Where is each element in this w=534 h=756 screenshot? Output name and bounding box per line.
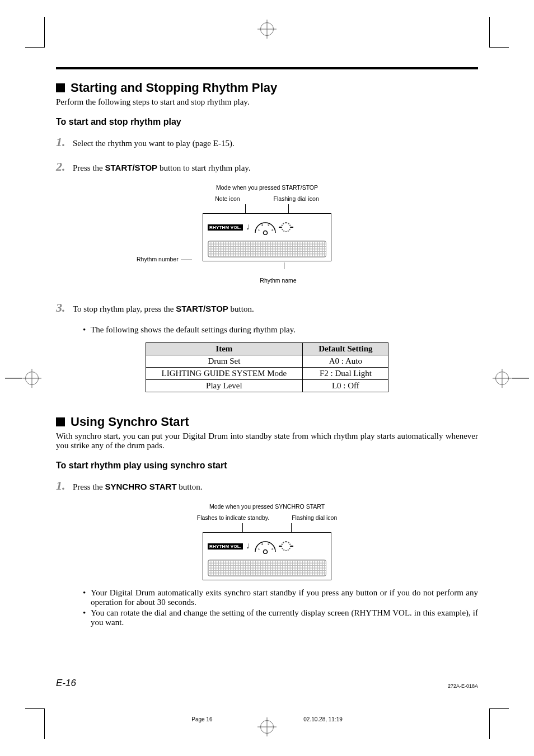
top-rule bbox=[56, 67, 478, 69]
section-heading: Using Synchro Start bbox=[71, 415, 189, 429]
svg-text:4: 4 bbox=[271, 228, 274, 232]
table-cell: L0 : Off bbox=[303, 380, 388, 392]
bullet-item: You can rotate the dial and change the s… bbox=[83, 608, 478, 627]
subsection-heading: To start and stop rhythm play bbox=[56, 117, 478, 127]
registration-mark-top bbox=[260, 22, 274, 36]
default-settings-table: Item Default Setting Drum Set A0 : Auto … bbox=[146, 342, 389, 392]
tempo-arc-icon: 1 2 3 4 bbox=[253, 538, 278, 554]
table-cell: F2 : Dual Light bbox=[303, 368, 388, 380]
crop-mark bbox=[489, 17, 509, 48]
figure-label-flashes: Flashes to indicate standby. bbox=[197, 514, 269, 521]
section-heading: Starting and Stopping Rhythm Play bbox=[71, 81, 277, 95]
svg-text:4: 4 bbox=[271, 547, 274, 551]
imprint-page: Page 16 bbox=[191, 716, 212, 722]
bullet-item: Your Digital Drum automatically exits sy… bbox=[83, 588, 478, 607]
figure-label-dial-icon: Flashing dial icon bbox=[292, 514, 337, 521]
crop-mark bbox=[489, 708, 509, 739]
step-text-post: button. bbox=[228, 304, 254, 313]
step-text-post: button to start rhythm play. bbox=[157, 163, 251, 172]
section-intro: Perform the following steps to start and… bbox=[56, 97, 478, 107]
dial-icon bbox=[281, 222, 291, 232]
figure-synchro-start: Mode when you pressed SYNCHRO START Flas… bbox=[121, 503, 413, 580]
figure-caption: Mode when you pressed START/STOP bbox=[121, 184, 413, 191]
registration-mark-left bbox=[25, 372, 39, 385]
step-text: Press the START/STOP button to start rhy… bbox=[73, 163, 478, 173]
figure-label-dial-icon: Flashing dial icon bbox=[274, 195, 319, 202]
svg-point-0 bbox=[264, 231, 268, 235]
step-text-pre: To stop rhythm play, press the bbox=[73, 304, 176, 313]
step-text-post: button. bbox=[177, 482, 203, 491]
button-reference: START/STOP bbox=[176, 304, 228, 313]
step-text: To stop rhythm play, press the START/STO… bbox=[73, 304, 478, 314]
dial-icon bbox=[281, 541, 291, 551]
note-icon: ♩ bbox=[246, 223, 250, 231]
document-id: 272A-E-018A bbox=[448, 683, 478, 689]
section-intro: With synchro start, you can put your Dig… bbox=[56, 431, 478, 450]
svg-text:1: 1 bbox=[258, 547, 260, 551]
button-reference: START/STOP bbox=[105, 163, 158, 172]
figure-caption: Mode when you pressed SYNCHRO START bbox=[121, 503, 413, 510]
table-header: Item bbox=[146, 343, 303, 355]
step-number: 3. bbox=[56, 300, 67, 315]
step-text: Press the SYNCHRO START button. bbox=[73, 482, 478, 492]
table-header: Default Setting bbox=[303, 343, 388, 355]
table-cell: Play Level bbox=[146, 380, 303, 392]
figure-label-note-icon: Note icon bbox=[215, 195, 240, 202]
table-cell: Drum Set bbox=[146, 355, 303, 368]
step-text-pre: Press the bbox=[73, 163, 105, 172]
lcd-display bbox=[208, 241, 326, 257]
rhythm-vol-badge: RHYTHM VOL. bbox=[208, 543, 243, 550]
subsection-heading: To start rhythm play using synchro start bbox=[56, 461, 478, 471]
svg-text:1: 1 bbox=[258, 228, 260, 232]
step-number: 2. bbox=[56, 159, 67, 174]
figure-start-stop: Mode when you pressed START/STOP Note ic… bbox=[121, 184, 413, 284]
step-number: 1. bbox=[56, 478, 67, 493]
note-icon: ♩ bbox=[246, 542, 250, 550]
figure-label-rhythm-name: Rhythm name bbox=[225, 277, 331, 284]
registration-mark-right bbox=[495, 372, 509, 385]
imprint-line: Page 16 02.10.28, 11:19 bbox=[0, 716, 534, 722]
svg-text:2: 2 bbox=[261, 223, 264, 227]
crop-mark bbox=[25, 17, 45, 48]
table-cell: A0 : Auto bbox=[303, 355, 388, 368]
step-text-pre: Press the bbox=[73, 482, 105, 491]
section-marker bbox=[56, 417, 65, 426]
button-reference: SYNCHRO START bbox=[105, 482, 177, 491]
rhythm-vol-badge: RHYTHM VOL. bbox=[208, 224, 243, 231]
step-text: Select the rhythm you want to play (page… bbox=[73, 139, 478, 148]
crop-mark bbox=[25, 708, 45, 739]
section-marker bbox=[56, 83, 65, 92]
svg-point-5 bbox=[264, 550, 268, 554]
bullet-item: The following shows the default settings… bbox=[83, 325, 478, 335]
step-number: 1. bbox=[56, 135, 67, 149]
table-cell: LIGHTING GUIDE SYSTEM Mode bbox=[146, 368, 303, 380]
figure-label-rhythm-number: Rhythm number bbox=[137, 256, 179, 262]
tempo-arc-icon: 1 2 3 4 bbox=[253, 219, 278, 235]
imprint-date: 02.10.28, 11:19 bbox=[303, 716, 343, 722]
lcd-display bbox=[208, 560, 326, 576]
page-number: E-16 bbox=[56, 678, 76, 689]
svg-text:2: 2 bbox=[261, 542, 264, 546]
